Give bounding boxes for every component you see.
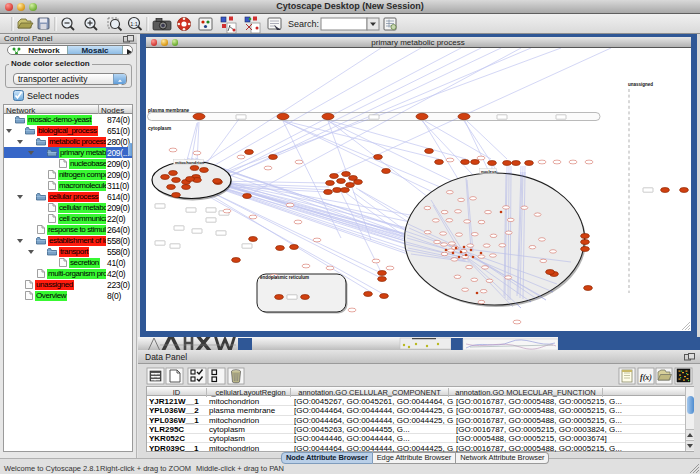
svg-text:Search:: Search: (288, 19, 319, 29)
svg-text:mitochondrion: mitochondrion (175, 160, 205, 165)
svg-text:unassigned: unassigned (628, 82, 653, 87)
svg-text:endoplasmic reticulum: endoplasmic reticulum (260, 275, 309, 280)
svg-text:1:1: 1:1 (130, 21, 138, 27)
svg-text:cytoplasm: cytoplasm (148, 126, 171, 131)
svg-text:nucleus: nucleus (481, 169, 497, 174)
svg-text:f(x): f(x) (640, 373, 652, 382)
svg-text:plasma membrane: plasma membrane (148, 108, 190, 113)
